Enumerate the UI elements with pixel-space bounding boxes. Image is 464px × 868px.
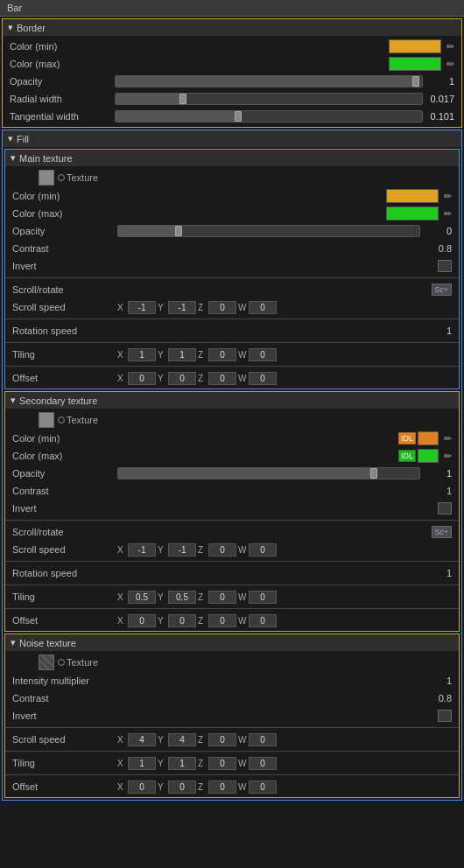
secondary-ss-x-val[interactable]: -1	[128, 543, 156, 556]
noise-o-w-val[interactable]: 0	[249, 780, 277, 794]
noise-texture-preview[interactable]	[39, 654, 54, 670]
main-texture-header[interactable]: ▾ Main texture	[5, 150, 459, 166]
secondary-texture-scroll-rotate-label: Scroll/rotate	[12, 527, 117, 537]
secondary-texture-opacity-value: 1	[425, 468, 452, 479]
noise-texture-invert-checkbox[interactable]	[438, 710, 452, 722]
noise-texture-circle-icon	[58, 659, 65, 666]
noise-texture-invert-row: Invert	[5, 707, 459, 724]
main-texture-contrast-label: Contrast	[12, 243, 117, 254]
secondary-texture-offset-content: X 0 Y 0 Z 0 W 0	[117, 614, 452, 627]
secondary-texture-opacity-slider[interactable]	[117, 467, 420, 480]
secondary-texture-offset-label: Offset	[12, 615, 117, 626]
secondary-texture-scroll-speed-xyzw: X -1 Y -1 Z 0 W 0	[117, 543, 277, 556]
secondary-o-z-axis: Z	[198, 616, 207, 626]
border-color-min-label: Color (min)	[10, 41, 115, 52]
secondary-t-x-val[interactable]: 0.5	[128, 591, 156, 604]
noise-texture-header[interactable]: ▾ Noise texture	[5, 634, 459, 651]
main-texture-opacity-slider[interactable]	[117, 225, 420, 237]
fill-section: ▾ Fill ▾ Main texture Texture Color (min…	[2, 130, 462, 801]
main-texture-color-max-pencil-icon[interactable]: ✏	[444, 208, 452, 220]
secondary-t-x-axis: X	[117, 592, 126, 602]
noise-o-y-val[interactable]: 0	[168, 780, 196, 794]
secondary-texture-sc-badge[interactable]: Sc÷	[432, 526, 452, 538]
secondary-o-w-item: W 0	[238, 614, 277, 627]
secondary-t-z-val[interactable]: 0	[208, 591, 236, 604]
main-texture-color-min-pencil-icon[interactable]: ✏	[444, 191, 452, 202]
border-color-max-pencil-icon[interactable]: ✏	[446, 59, 454, 70]
noise-o-z-val[interactable]: 0	[208, 780, 236, 794]
secondary-texture-header[interactable]: ▾ Secondary texture	[5, 392, 459, 409]
border-tangential-width-slider[interactable]	[115, 110, 423, 122]
main-texture-t-w-val[interactable]: 0	[249, 348, 277, 361]
main-texture-color-min-swatch[interactable]	[386, 189, 439, 203]
secondary-texture-tiling-label: Tiling	[12, 592, 117, 602]
secondary-texture-color-min-pencil-icon[interactable]: ✏	[444, 433, 452, 444]
secondary-texture-preview[interactable]	[39, 412, 54, 428]
secondary-ss-z-val[interactable]: 0	[208, 543, 236, 556]
border-color-min-swatch[interactable]	[389, 39, 441, 53]
noise-o-z-item: Z 0	[198, 780, 236, 794]
border-color-max-swatch[interactable]	[389, 57, 441, 71]
main-texture-color-max-swatch[interactable]	[386, 206, 439, 220]
noise-t-z-axis: Z	[198, 759, 207, 768]
secondary-o-x-val[interactable]: 0	[128, 614, 156, 627]
secondary-ss-y-val[interactable]: -1	[168, 543, 196, 556]
secondary-o-z-val[interactable]: 0	[208, 614, 236, 627]
main-texture-preview[interactable]	[39, 170, 54, 186]
main-texture-o-w-val[interactable]: 0	[249, 372, 277, 385]
secondary-o-y-val[interactable]: 0	[168, 614, 196, 627]
main-texture-sc-badge[interactable]: Sc÷	[432, 284, 452, 296]
border-radial-width-slider[interactable]	[115, 93, 423, 105]
border-color-min-pencil-icon[interactable]: ✏	[446, 41, 454, 52]
noise-o-x-val[interactable]: 0	[128, 780, 156, 794]
main-texture-ss-z-val[interactable]: 0	[208, 301, 236, 314]
noise-texture-scroll-speed-label: Scroll speed	[12, 734, 117, 745]
main-texture-rotation-speed-label: Rotation speed	[12, 326, 117, 336]
secondary-texture-color-min-swatch[interactable]	[418, 431, 439, 445]
noise-t-x-val[interactable]: 1	[128, 757, 156, 770]
main-texture-offset-label: Offset	[12, 373, 117, 383]
fill-header[interactable]: ▾ Fill	[3, 130, 461, 147]
main-texture-ss-z-axis: Z	[198, 303, 207, 312]
border-opacity-slider[interactable]	[115, 75, 423, 88]
main-texture-contrast-row: Contrast 0.8	[5, 240, 459, 257]
border-radial-width-content: 0.017	[115, 93, 454, 105]
noise-texture-scroll-speed-xyzw: X 4 Y 4 Z 0 W 0	[117, 733, 277, 746]
noise-texture-tiling-content: X 1 Y 1 Z 0 W 0	[117, 757, 452, 770]
secondary-ss-w-item: W 0	[238, 543, 277, 556]
main-texture-t-z-val[interactable]: 0	[208, 348, 236, 361]
main-texture-o-x-val[interactable]: 0	[128, 372, 156, 385]
noise-t-z-val[interactable]: 0	[208, 757, 236, 770]
secondary-t-w-val[interactable]: 0	[249, 591, 277, 604]
main-texture-ss-y-val[interactable]: -1	[168, 301, 196, 314]
main-texture-title: Main texture	[19, 153, 73, 164]
secondary-o-w-val[interactable]: 0	[249, 614, 277, 627]
secondary-ss-w-val[interactable]: 0	[249, 543, 277, 556]
noise-ss-y-val[interactable]: 4	[168, 733, 196, 746]
secondary-texture-scroll-speed-row: Scroll speed X -1 Y -1 Z 0	[5, 541, 459, 558]
main-texture-invert-checkbox[interactable]	[438, 260, 452, 272]
main-texture-t-y-val[interactable]: 1	[168, 348, 196, 361]
noise-t-y-val[interactable]: 1	[168, 757, 196, 770]
secondary-texture-color-max-pencil-icon[interactable]: ✏	[444, 451, 452, 462]
noise-t-w-val[interactable]: 0	[249, 757, 277, 770]
secondary-t-y-val[interactable]: 0.5	[168, 591, 196, 604]
main-texture-ss-x-val[interactable]: -1	[128, 301, 156, 314]
main-texture-o-z-val[interactable]: 0	[208, 372, 236, 385]
main-texture-o-y-val[interactable]: 0	[168, 372, 196, 385]
noise-ss-z-val[interactable]: 0	[208, 733, 236, 746]
main-texture-scroll-speed-content: X -1 Y -1 Z 0 W 0	[117, 301, 452, 314]
main-texture-invert-content	[117, 260, 452, 272]
secondary-texture-invert-checkbox[interactable]	[438, 502, 452, 514]
secondary-t-w-axis: W	[238, 592, 247, 602]
secondary-texture-contrast-label: Contrast	[12, 486, 117, 496]
noise-ss-w-val[interactable]: 0	[249, 733, 277, 746]
border-header[interactable]: ▾ Border	[3, 19, 461, 36]
secondary-texture-color-max-swatch[interactable]	[418, 449, 439, 463]
noise-o-x-item: X 0	[117, 780, 156, 794]
main-texture-ss-w-val[interactable]: 0	[249, 301, 277, 314]
top-bar: Bar	[0, 0, 464, 17]
secondary-texture-invert-label: Invert	[12, 503, 117, 514]
noise-ss-x-val[interactable]: 4	[128, 733, 156, 746]
main-texture-t-x-val[interactable]: 1	[128, 348, 156, 361]
